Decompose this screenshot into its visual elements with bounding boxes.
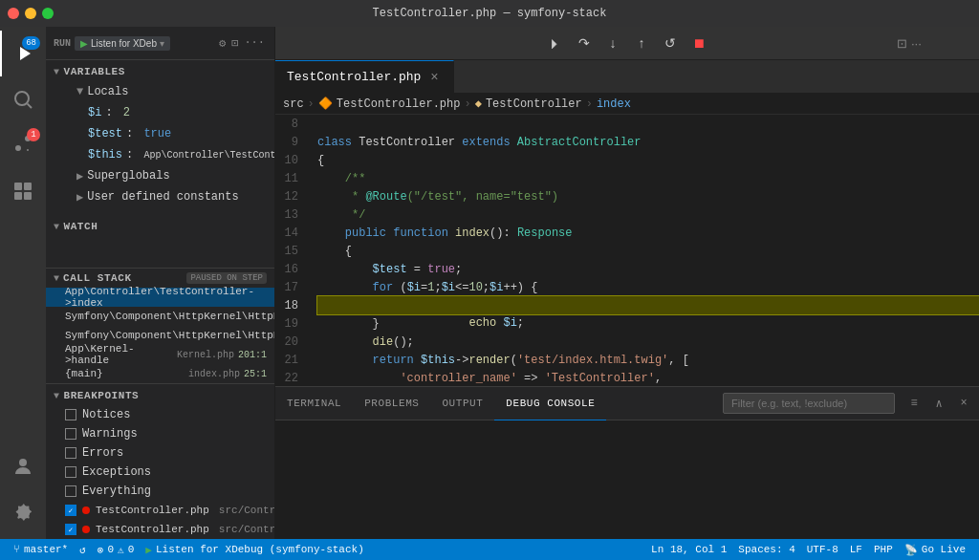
sync-icon: ↺	[79, 544, 86, 556]
bp-errors-checkbox[interactable]	[65, 447, 76, 459]
bp-everything[interactable]: Everything	[46, 482, 274, 501]
spaces-status[interactable]: Spaces: 4	[732, 539, 800, 560]
code-editor[interactable]: 8 9 10 11 12 13 14 15 16 17 18 19 20 21 …	[275, 115, 979, 386]
split-editor-icon[interactable]: ⊡	[229, 34, 240, 53]
debug-continue-button[interactable]: ⏵	[544, 32, 567, 54]
eol-status[interactable]: LF	[844, 539, 868, 560]
var-this[interactable]: $this: App\Controller\TestController	[46, 144, 274, 165]
status-right: Ln 18, Col 1 Spaces: 4 UTF-8 LF PHP 📡 Go…	[645, 539, 971, 560]
panel-list-icon[interactable]: ≡	[903, 392, 925, 415]
call-stack-item-3[interactable]: App\Kernel->handle Kernel.php 201:1	[46, 345, 274, 364]
superglobals-group[interactable]: ▶ Superglobals	[46, 165, 274, 186]
call-stack-item-4[interactable]: {main} index.php 25:1	[46, 364, 274, 383]
bp-file1-checkbox[interactable]	[65, 505, 76, 516]
bp-exceptions-checkbox[interactable]	[65, 466, 76, 478]
gear-icon[interactable]: ⚙	[217, 34, 228, 53]
editor-more-icon[interactable]: ···	[911, 36, 922, 51]
bp-warnings-checkbox[interactable]	[65, 428, 76, 440]
activity-bottom	[0, 443, 46, 539]
var-i[interactable]: $i: 2	[46, 102, 274, 123]
code-content[interactable]: class TestController extends AbstractCon…	[314, 115, 979, 386]
panel-tab-terminal[interactable]: TERMINAL	[275, 387, 353, 420]
panel-up-icon[interactable]: ∧	[927, 392, 950, 415]
status-bar: ⑂ master* ↺ ⊗ 0 ⚠ 0 ▶ Listen for XDebug …	[0, 539, 979, 560]
debug-restart-button[interactable]: ↺	[659, 32, 682, 54]
bp-errors[interactable]: Errors	[46, 443, 274, 463]
svg-point-6	[19, 459, 27, 466]
bp-file-1[interactable]: TestController.php src/Controller 16	[46, 501, 274, 520]
watch-header[interactable]: ▼ WATCH	[46, 215, 274, 236]
panel-close-icon[interactable]: ×	[952, 392, 975, 415]
bp-notices[interactable]: Notices	[46, 405, 274, 424]
bp-dot-1	[82, 506, 90, 514]
breakpoints-header[interactable]: ▼ BREAKPOINTS	[46, 384, 274, 405]
call-stack-item-1[interactable]: Symfony\Component\HttpKernel\HttpKernel	[46, 307, 274, 326]
debug-step-over-button[interactable]: ↷	[573, 32, 596, 54]
warning-icon: ⚠	[118, 544, 124, 556]
activity-extensions-icon[interactable]	[0, 168, 46, 214]
panel-filter[interactable]	[723, 393, 895, 414]
panel-tab-problems[interactable]: PROBLEMS	[353, 387, 430, 420]
language-status[interactable]: PHP	[868, 539, 899, 560]
activity-source-control-icon[interactable]: 1	[0, 122, 46, 168]
debug-step-into-button[interactable]: ↓	[601, 32, 624, 54]
svg-rect-5	[24, 192, 32, 200]
panel-tab-output[interactable]: OUTPUT	[430, 387, 494, 420]
bp-exceptions[interactable]: Exceptions	[46, 463, 274, 482]
variables-header[interactable]: ▼ VARIABLES	[46, 60, 274, 81]
language-label: PHP	[874, 544, 893, 555]
debug-session-status[interactable]: ▶ Listen for XDebug (symfony-stack)	[140, 539, 369, 560]
user-constants-group[interactable]: ▶ User defined constants	[46, 186, 274, 207]
bp-notices-checkbox[interactable]	[65, 409, 76, 420]
activity-accounts-icon[interactable]	[0, 443, 46, 489]
activity-settings-icon[interactable]	[0, 489, 46, 535]
error-count: 0	[107, 544, 114, 555]
call-stack-item-0[interactable]: App\Controller\TestController->index	[46, 288, 274, 307]
editor-layout-icon[interactable]: ⊡	[897, 36, 907, 51]
errors-status[interactable]: ⊗ 0 ⚠ 0	[92, 539, 140, 560]
position-status[interactable]: Ln 18, Col 1	[645, 539, 732, 560]
maximize-button[interactable]	[42, 8, 54, 19]
sidebar-top: ▼ VARIABLES ▼ Locals $i: 2 $test: true $…	[46, 60, 274, 268]
minimize-button[interactable]	[25, 8, 36, 19]
more-icon[interactable]: ···	[242, 34, 267, 53]
listen-xdebug-button[interactable]: ▶ Listen for XDeb ▾	[75, 36, 170, 51]
bp-everything-checkbox[interactable]	[65, 485, 76, 497]
go-live-status[interactable]: 📡 Go Live	[899, 539, 971, 560]
antenna-icon: 📡	[904, 544, 918, 556]
bp-dot-2	[82, 526, 90, 533]
code-line-17: for ($i=1;$i<=10;$i++) {	[317, 278, 979, 296]
go-live-label: Go Live	[922, 544, 966, 555]
activity-search-icon[interactable]	[0, 76, 46, 122]
editor-tab-testcontroller[interactable]: TestController.php ×	[275, 60, 454, 94]
code-line-12: * @Route("/test", name="test")	[317, 187, 979, 205]
breadcrumb: src › 🔶 TestController.php › ◆ TestContr…	[275, 94, 979, 115]
debug-stop-button[interactable]: ⏹	[687, 32, 710, 54]
code-line-15: {	[317, 242, 979, 260]
error-icon: ⊗	[98, 544, 104, 556]
debug-step-out-button[interactable]: ↑	[630, 32, 653, 54]
branch-status[interactable]: ⑂ master*	[8, 539, 74, 560]
svg-rect-4	[14, 192, 22, 200]
bp-file2-checkbox[interactable]	[65, 524, 76, 535]
code-line-13: */	[317, 205, 979, 224]
activity-run-icon[interactable]: 68	[0, 31, 46, 76]
var-test[interactable]: $test: true	[46, 123, 274, 144]
filter-input[interactable]	[723, 393, 895, 414]
activity-bar: 68 1	[0, 27, 46, 539]
editor-area: ⏵ ↷ ↓ ↑ ↺ ⏹ ⊡ ··· TestController.php × s…	[275, 27, 979, 539]
tab-close-icon[interactable]: ×	[426, 70, 442, 85]
code-line-9: class TestController extends AbstractCon…	[317, 133, 979, 151]
close-button[interactable]	[8, 8, 19, 19]
spaces-label: Spaces: 4	[738, 544, 794, 555]
branch-name: master*	[24, 544, 68, 555]
panel-tab-debug-console[interactable]: DEBUG CONSOLE	[494, 387, 606, 420]
locals-group[interactable]: ▼ Locals	[46, 81, 274, 102]
bp-file-2[interactable]: TestController.php src/Controller	[46, 520, 274, 539]
call-stack-item-2[interactable]: Symfony\Component\HttpKernel\HttpKernel	[46, 326, 274, 345]
panel-area: TERMINAL PROBLEMS OUTPUT DEBUG CONSOLE ≡…	[275, 386, 979, 539]
encoding-status[interactable]: UTF-8	[801, 539, 844, 560]
sync-status[interactable]: ↺	[74, 539, 92, 560]
bp-warnings[interactable]: Warnings	[46, 424, 274, 443]
svg-line-1	[28, 104, 32, 108]
